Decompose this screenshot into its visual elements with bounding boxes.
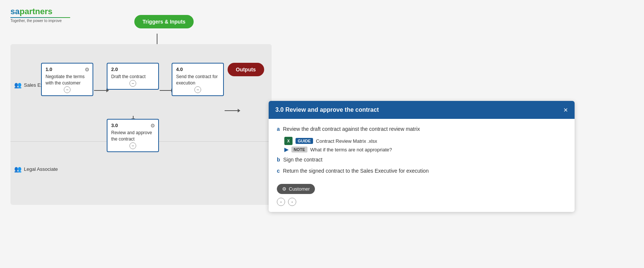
detail-panel: 3.0 Review and approve the contract × a … (269, 101, 575, 212)
swimlane-label-legal: 👥 Legal Associate (14, 166, 58, 173)
gear-icon-customer: ⚙ (282, 186, 287, 192)
guide-row[interactable]: X GUIDE Contract Review Matrix .xlsx (284, 137, 566, 145)
excel-icon: X (284, 137, 293, 145)
arrow-2-to-4 (160, 90, 172, 91)
gear-icon-3: ⚙ (150, 123, 155, 129)
box3-number: 3.0 (111, 123, 118, 128)
step-b: b Sign the contract (277, 156, 566, 163)
box3-minus-btn[interactable]: − (129, 142, 136, 149)
logo-tagline: Together, the power to improve (10, 19, 70, 23)
detail-header: 3.0 Review and approve the contract × (269, 101, 575, 119)
step-a-label: a (277, 126, 280, 132)
step-a-text: Review the draft contract against the co… (283, 126, 420, 132)
swimlane-label-text-2: Legal Associate (24, 166, 58, 172)
process-box-1[interactable]: 1.0 ⚙ Negotiate the terms with the custo… (41, 63, 93, 96)
guide-filename: Contract Review Matrix .xlsx (316, 138, 377, 144)
box2-number: 2.0 (111, 67, 118, 72)
box3-title: Review and approve the contract (111, 130, 154, 142)
people-icon-1: 👥 (14, 81, 22, 89)
gear-icon-1: ⚙ (85, 67, 90, 73)
step-b-label: b (277, 157, 280, 163)
guide-label: GUIDE (296, 138, 313, 144)
detail-close-button[interactable]: × (563, 106, 568, 114)
step-c-label: c (277, 168, 280, 174)
logo-line (10, 17, 70, 18)
box4-minus-btn[interactable]: − (194, 86, 201, 93)
note-label: NOTE (291, 147, 307, 153)
logo-partners: partners (19, 7, 52, 16)
step-b-text: Sign the contract (283, 157, 322, 163)
box1-number: 1.0 (46, 67, 52, 72)
process-box-3[interactable]: 3.0 ⚙ Review and approve the contract − (107, 119, 159, 152)
badge-minus-btn-1[interactable]: - (277, 198, 285, 206)
people-icon-2: 👥 (14, 166, 22, 173)
outputs-button[interactable]: Outputs (228, 63, 264, 76)
logo: sapartners Together, the power to improv… (10, 7, 70, 23)
box2-title: Draft the contract (111, 74, 154, 80)
box4-number: 4.0 (176, 67, 183, 72)
logo-sa: sa (10, 7, 19, 16)
arrow-4-to-outputs (225, 110, 238, 111)
customer-badge-label: Customer (289, 186, 310, 192)
arrow-2-to-3 (133, 116, 134, 119)
customer-badge[interactable]: ⚙ Customer (277, 184, 315, 194)
triggers-button[interactable]: Triggers & Inputs (134, 15, 194, 28)
box1-minus-btn[interactable]: − (64, 86, 71, 93)
step-c: c Return the signed contract to the Sale… (277, 167, 566, 174)
detail-body: a Review the draft contract against the … (269, 119, 575, 212)
box4-title: Send the contract for execution (176, 74, 219, 86)
box2-minus-btn[interactable]: − (129, 80, 136, 87)
box1-title: Negotiate the terms with the customer (46, 74, 89, 86)
process-box-4[interactable]: 4.0 Send the contract for execution − (172, 63, 224, 96)
badge-minus-btn-2[interactable]: - (288, 198, 296, 206)
detail-title: 3.0 Review and approve the contract (275, 107, 379, 113)
note-row: ▶ NOTE What if the terms are not appropr… (284, 147, 566, 153)
step-c-text: Return the signed contract to the Sales … (283, 168, 429, 174)
process-box-2[interactable]: 2.0 Draft the contract − (107, 63, 159, 90)
note-arrow-icon: ▶ (284, 147, 288, 153)
step-a: a Review the draft contract against the … (277, 126, 566, 132)
badge-minus-row: - - (277, 198, 566, 206)
arrow-1-to-2 (94, 90, 107, 91)
note-text: What if the terms are not appropriate? (310, 147, 392, 153)
